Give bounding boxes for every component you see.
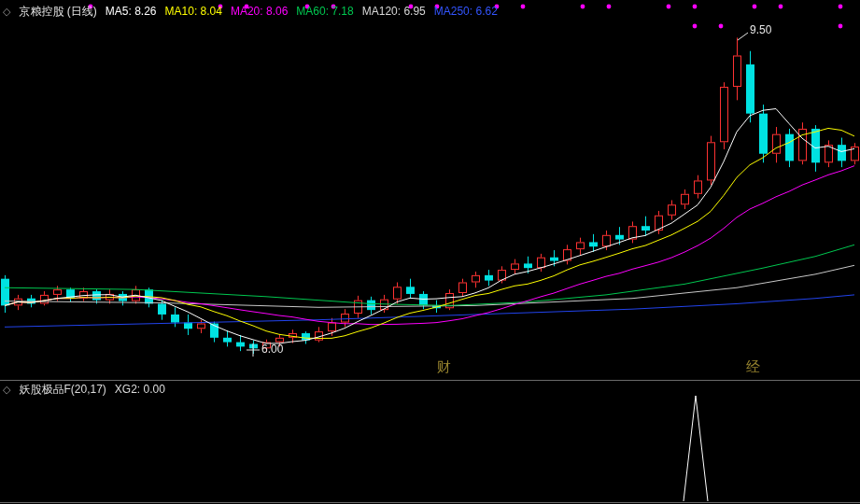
kline-chart-canvas[interactable] — [0, 0, 860, 504]
app-window: ◇ 京粮控股 (日线) MA5: 8.26 MA10: 8.04 MA20: 8… — [0, 0, 860, 504]
panel-divider — [0, 380, 860, 381]
bottom-border — [0, 502, 860, 503]
